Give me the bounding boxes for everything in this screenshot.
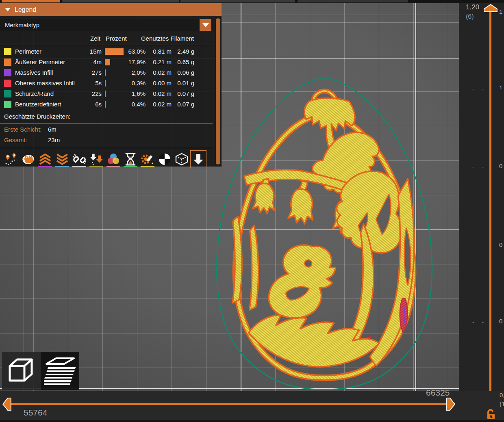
col-percent: Prozent <box>106 35 127 42</box>
seams-icon <box>72 153 86 165</box>
table-row: Schürze/Rand 22s 1,6% 0.02 m 0.07 g <box>0 89 213 99</box>
tick: - <box>472 242 474 249</box>
total-value: 23m <box>48 136 60 143</box>
legend-panel: Legend Merkmalstyp Zeit Prozent Genutzte… <box>0 3 222 167</box>
egg-interior-design <box>232 98 414 367</box>
seams-marker-color <box>72 166 86 167</box>
layer-slider-top-value: 1,20 <box>466 3 479 11</box>
move-slider-min-value: 55764 <box>24 408 47 418</box>
layers-preview-button[interactable] <box>41 352 79 390</box>
tool-changes-toggle[interactable] <box>88 150 105 168</box>
table-row: Perimeter 15m 63,0% 0.81 m 2.49 g <box>0 46 213 57</box>
legend-scrollbar[interactable] <box>215 16 222 167</box>
color-swatch <box>4 101 11 108</box>
move-slider-max-value: 66325 <box>426 388 450 398</box>
deretractions-toggle[interactable] <box>54 150 71 168</box>
unlock-icon[interactable] <box>486 409 496 420</box>
layer-slider-panel <box>459 3 504 391</box>
layer-slider-top-layer: (6) <box>466 13 474 20</box>
total-label: Gesamt: <box>4 136 27 143</box>
print-pauses-marker-color <box>124 166 137 167</box>
tab-segment[interactable] <box>298 0 408 2</box>
3d-view-button[interactable] <box>2 352 41 390</box>
dropdown-button[interactable] <box>200 19 211 31</box>
color-changes-icon <box>106 153 120 166</box>
custom-gcodes-toggle[interactable] <box>139 150 156 168</box>
table-row: Benutzerdefiniert 6s 0,4% 0.02 m 0.07 g <box>0 99 213 110</box>
layer-slider-top-handle[interactable] <box>484 4 497 12</box>
legend-header[interactable]: Legend <box>0 3 222 16</box>
cube-icon <box>6 355 37 387</box>
print-pauses-icon <box>124 153 137 166</box>
retractions-marker-color <box>38 166 52 167</box>
divider <box>0 45 213 45</box>
color-swatch <box>4 90 11 97</box>
first-layer-label: Erste Schicht: <box>4 126 42 133</box>
tick: - <box>482 318 484 325</box>
shells-toggle[interactable] <box>173 150 190 168</box>
tick-label: 1 <box>499 84 502 91</box>
custom-gcodes-icon <box>141 153 154 166</box>
travel-moves-toggle[interactable] <box>2 150 20 168</box>
tick: - <box>472 85 474 92</box>
chevron-down-icon <box>202 23 209 27</box>
color-changes-toggle[interactable] <box>105 150 122 168</box>
tab-segment[interactable] <box>62 0 179 2</box>
first-layer-value: 6m <box>48 126 56 133</box>
percent-bar <box>105 80 106 87</box>
print-times-header: Geschätzte Druckzeiten: <box>4 113 70 120</box>
divider <box>0 148 213 148</box>
legend-title: Legend <box>15 6 36 13</box>
percent-bar <box>105 69 106 76</box>
color-swatch <box>4 48 11 55</box>
legend-column-headers: Zeit Prozent Genutztes Filament <box>0 34 213 44</box>
collapse-triangle-icon[interactable] <box>5 8 11 11</box>
feature-type-table: Perimeter 15m 63,0% 0.81 m 2.49 g Äußere… <box>0 46 213 110</box>
bottom-slider-value-clipped: 0, <box>500 392 504 398</box>
percent-bar <box>105 59 110 65</box>
layer-slider-track[interactable] <box>489 11 491 400</box>
tick-label: 0 <box>499 162 502 169</box>
table-row: Oberes massives Infill 5s 0,3% 0.00 m 0.… <box>0 78 213 89</box>
top-tab-strip <box>0 0 504 3</box>
color-swatch <box>4 69 11 76</box>
bottom-slider-layer-clipped: (1 <box>500 400 504 407</box>
print-pauses-toggle[interactable] <box>122 150 139 168</box>
travel-moves-icon <box>4 153 18 166</box>
color-changes-marker-color <box>106 166 120 167</box>
legend-scrollbar-thumb[interactable] <box>216 18 220 164</box>
tool-marker-toggle[interactable] <box>190 150 206 168</box>
tick: - <box>482 242 484 249</box>
tab-segment[interactable] <box>180 0 295 2</box>
status-strip <box>0 420 504 422</box>
seams-toggle[interactable] <box>71 150 88 168</box>
active-tab-indicator[interactable] <box>2 0 60 2</box>
retractions-toggle[interactable] <box>37 150 54 168</box>
tick-label: 0 <box>499 318 502 325</box>
move-slider-left-handle[interactable] <box>2 398 11 411</box>
custom-gcodes-marker-color <box>141 166 154 167</box>
move-slider-right-handle[interactable] <box>446 398 455 411</box>
retractions-icon <box>38 153 52 165</box>
percent-bar <box>105 91 106 97</box>
chick-eye <box>304 260 312 267</box>
tick: - <box>482 163 484 170</box>
view-mode-buttons <box>2 352 79 390</box>
col-filament: Genutztes Filament <box>141 35 194 42</box>
tick: - <box>472 318 474 325</box>
chick-figure <box>269 245 336 318</box>
tick: - <box>472 163 474 170</box>
table-row: Massives Infill 27s 2,0% 0.02 m 0.06 g <box>0 67 213 78</box>
tick-label: 1 <box>499 8 502 15</box>
wipe-moves-toggle[interactable] <box>20 150 37 168</box>
deretractions-marker-color <box>55 166 69 167</box>
divider <box>0 123 213 124</box>
layers-icon <box>44 355 76 387</box>
view-type-dropdown[interactable]: Merkmalstyp <box>0 19 213 31</box>
move-slider-track[interactable] <box>10 403 450 405</box>
deretractions-icon <box>55 153 69 165</box>
tick: - <box>482 85 484 92</box>
top-solid-infill-region <box>400 298 408 333</box>
center-of-gravity-toggle[interactable] <box>156 150 173 168</box>
table-row: Äußerer Perimeter 4m 17,9% 0.21 m 0.65 g <box>0 57 213 67</box>
